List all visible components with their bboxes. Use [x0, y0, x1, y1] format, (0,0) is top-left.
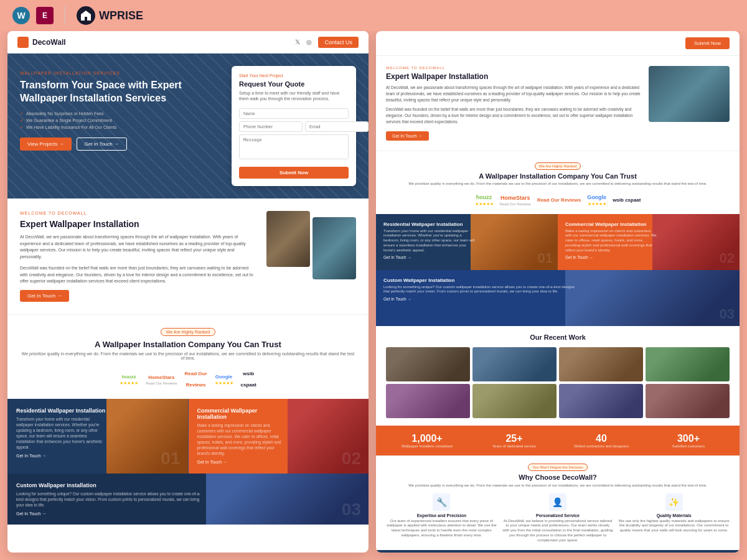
- quote-form: Start Your Next Project Request Your Quo…: [232, 66, 356, 186]
- wprise-brand-name: WPRISE: [99, 9, 143, 22]
- portfolio-item-3[interactable]: [559, 347, 643, 381]
- social-instagram-icon[interactable]: ◎: [306, 39, 312, 45]
- form-email-input[interactable]: [305, 121, 369, 132]
- right-about-cta-button[interactable]: Get In Touch →: [386, 131, 429, 141]
- portfolio-item-6[interactable]: [472, 384, 557, 418]
- trust-badge: We Are Highly Ranked: [161, 328, 215, 336]
- wordpress-icon[interactable]: W: [12, 7, 30, 24]
- stat-years-label: Years of dedicated service: [473, 444, 555, 448]
- service-custom-title: Custom Wallpaper Installation: [16, 482, 205, 488]
- right-service-comm-link[interactable]: Get In Touch →: [565, 255, 657, 259]
- stat-years-num: 25+: [473, 433, 555, 444]
- trustedpros-logo: Read OurReviews: [184, 366, 207, 389]
- form-phone-input[interactable]: [239, 121, 303, 132]
- stat-wallpaper-num: 1,000+: [386, 433, 468, 444]
- why-grid: 🔧 Expertise and Precision Our team of ex…: [386, 493, 730, 543]
- right-services-grid: Residential Wallpaper Installation Trans…: [376, 214, 740, 326]
- portfolio-item-1[interactable]: [386, 347, 470, 381]
- view-projects-button[interactable]: View Projects →: [20, 138, 72, 151]
- right-about-desc-2: DecoWall was founded on the belief that …: [386, 106, 641, 124]
- trust-section: We Are Highly Ranked A Wallpaper Install…: [7, 314, 369, 399]
- service-residential-num: 01: [161, 449, 180, 469]
- right-service-custom-link[interactable]: Get In Touch →: [383, 297, 575, 301]
- stat-wallpaper: 1,000+ Wallpaper Installers completed: [386, 433, 468, 448]
- right-service-residential: Residential Wallpaper Installation Trans…: [376, 214, 558, 270]
- service-custom-content: Custom Wallpaper Installation Looking fo…: [16, 482, 205, 516]
- wprise-logo: WPRISE: [77, 6, 143, 25]
- left-scroll-area[interactable]: Welcome To DecoWall Expert Wallpaper Ins…: [7, 198, 369, 553]
- portfolio-title: Our Recent Work: [386, 334, 730, 341]
- right-service-custom: Custom Wallpaper Installation Looking fo…: [376, 270, 740, 326]
- right-scroll-area[interactable]: Welcome To DecoWall Expert Wallpaper Ins…: [376, 56, 740, 553]
- hero-check-2: ✓ We Guarantee a Single Project Commitme…: [20, 118, 222, 123]
- right-service-res-link[interactable]: Get In Touch →: [383, 255, 475, 259]
- expertise-text: Our team of experienced installers ensur…: [386, 519, 497, 538]
- service-commercial-title: Commercial Wallpaper Installation: [197, 408, 287, 420]
- quality-title: Quality Materials: [618, 513, 730, 518]
- portfolio-item-8[interactable]: [646, 384, 730, 418]
- trust-logos: houzz ★★★★★ HomeStars Read Our Reviews R…: [20, 366, 356, 389]
- why-title: Why Choose DecoWall?: [386, 474, 730, 481]
- stat-wallpaper-label: Wallpaper Installers completed: [386, 444, 468, 448]
- portfolio-item-4[interactable]: [646, 347, 730, 381]
- service-commercial: Commercial Wallpaper Installation Make a…: [189, 399, 369, 474]
- service-custom-link[interactable]: Get In Touch →: [16, 511, 205, 516]
- cta-section: Ready to transform your spacewith beauti…: [376, 550, 740, 553]
- right-service-res-title: Residential Wallpaper Installation: [383, 222, 475, 227]
- service-residential-link[interactable]: Get In Touch →: [16, 454, 106, 458]
- service-commercial-link[interactable]: Get In Touch →: [197, 460, 287, 464]
- about-images: [266, 211, 356, 302]
- elementor-icon[interactable]: E: [36, 7, 54, 24]
- portfolio-item-5[interactable]: [386, 384, 470, 418]
- about-cta-button[interactable]: Get In Touch →: [20, 290, 69, 302]
- right-about-image: [649, 66, 730, 122]
- custom-service-section: Custom Wallpaper Installation Looking fo…: [7, 474, 369, 525]
- right-service-comm-num: 02: [720, 250, 735, 266]
- personalized-title: Personalized Service: [502, 513, 614, 518]
- form-message-input[interactable]: [239, 134, 349, 159]
- wprise-icon: [77, 6, 95, 25]
- get-in-touch-hero-button[interactable]: Get In Touch →: [77, 138, 127, 151]
- right-about-text: Welcome To DecoWall Expert Wallpaper Ins…: [386, 66, 641, 141]
- right-panel: Submit Now Welcome To DecoWall Expert Wa…: [376, 31, 740, 553]
- houzz-logo: houzz ★★★★★: [120, 370, 138, 386]
- right-about-tag: Welcome To DecoWall: [386, 66, 641, 70]
- right-wsib-logo: wsib cspaat: [613, 193, 641, 204]
- form-name-input[interactable]: [239, 108, 349, 119]
- main-content: DecoWall 𝕏 ◎ Contact Us Wallpaper Instal…: [0, 31, 747, 560]
- form-submit-button[interactable]: Submit Now: [239, 167, 349, 179]
- right-submit-button[interactable]: Submit Now: [685, 37, 730, 49]
- about-tag: Welcome To DecoWall: [20, 211, 256, 215]
- hero-title: Transform Your Space with Expert Wallpap…: [20, 79, 222, 105]
- right-houzz-logo: houzz ★★★★★: [475, 190, 494, 207]
- portfolio-item-2[interactable]: [472, 347, 557, 381]
- service-commercial-text: Make a lasting impression on clients and…: [197, 422, 287, 457]
- homestars-logo: HomeStars Read Our Reviews: [146, 370, 177, 385]
- decowall-logo-icon: [17, 37, 29, 48]
- personalized-text: At DecoWall, we believe in providing per…: [502, 519, 614, 543]
- why-badge-wrapper: You Won't Regret the Decision: [386, 464, 730, 471]
- social-x-icon[interactable]: 𝕏: [295, 39, 300, 45]
- right-portfolio-section: Our Recent Work: [376, 326, 740, 426]
- about-image-2: [312, 217, 356, 279]
- service-residential-content: Residential Wallpaper Installation Trans…: [16, 408, 106, 459]
- decowall-brand: DecoWall: [32, 38, 66, 47]
- expertise-title: Expertise and Precision: [386, 513, 497, 518]
- hero-checks: ✓ Absolutely No Surprises or Hidden Fees…: [20, 111, 222, 130]
- right-about-title: Expert Wallpaper Installation: [386, 72, 641, 81]
- stat-contractors-label: Skilled contractors and designers: [560, 444, 642, 448]
- service-custom-num: 03: [342, 500, 361, 520]
- right-homestars-logo: HomeStars Read Our Reviews: [500, 191, 531, 206]
- hero-buttons: View Projects → Get In Touch →: [20, 138, 222, 151]
- right-service-custom-title: Custom Wallpaper Installation: [383, 278, 575, 283]
- portfolio-item-7[interactable]: [559, 384, 643, 418]
- why-expertise: 🔧 Expertise and Precision Our team of ex…: [386, 493, 497, 543]
- check-icon-1: ✓: [20, 111, 24, 116]
- why-choose-section: You Won't Regret the Decision Why Choose…: [376, 455, 740, 551]
- nav-right: 𝕏 ◎ Contact Us: [295, 37, 359, 48]
- service-residential-title: Residential Wallpaper Installation: [16, 408, 106, 414]
- right-service-comm-text: Make a lasting impression on clients and…: [565, 229, 657, 253]
- nav-contact-button[interactable]: Contact Us: [318, 37, 359, 48]
- about-text-1: At DecoWall, we are passionate about tra…: [20, 234, 256, 260]
- quality-icon: ✨: [665, 493, 683, 511]
